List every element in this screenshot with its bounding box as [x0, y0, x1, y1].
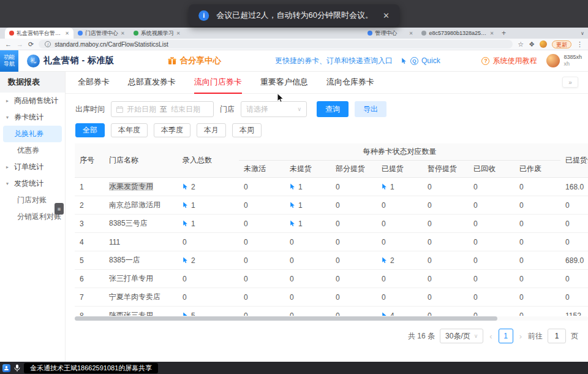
- cell-value: 0: [560, 215, 588, 233]
- tab-close-icon[interactable]: ✕: [65, 31, 69, 36]
- panel-collapse-button[interactable]: »: [562, 77, 578, 88]
- meeting-app-icon[interactable]: [2, 364, 10, 372]
- tab-2[interactable]: 流向门店券卡: [194, 72, 242, 94]
- count-link[interactable]: 5: [183, 311, 234, 316]
- tab-close-icon[interactable]: ✕: [409, 31, 413, 36]
- cell-number: 0: [428, 256, 432, 265]
- microphone-icon[interactable]: [14, 364, 20, 372]
- date-range-input[interactable]: 开始日期 至 结束日期: [111, 101, 214, 117]
- tab-1[interactable]: 总部直发券卡: [128, 72, 176, 94]
- cell-store: 宁夏羊肉专卖店: [104, 288, 178, 307]
- sidebar-item-2[interactable]: ▸订单统计: [0, 159, 65, 175]
- cell-number: 0: [336, 238, 340, 246]
- count-link[interactable]: 1: [382, 183, 418, 191]
- sidebar-subitem-3-0[interactable]: 门店对账: [3, 192, 62, 208]
- tab-close-icon[interactable]: ✕: [121, 31, 125, 36]
- cell-number: 1: [191, 201, 195, 210]
- count-link[interactable]: 2: [183, 256, 234, 265]
- cell-number: 0: [336, 293, 340, 302]
- browser-tab-1[interactable]: 门店管理中心✕: [74, 28, 129, 39]
- count-link[interactable]: 1: [183, 201, 234, 210]
- sidebar-subitem-1-1[interactable]: 优惠券: [3, 142, 62, 159]
- site-info-icon[interactable]: i: [45, 41, 51, 47]
- quick-filter-4[interactable]: 本周: [232, 123, 262, 137]
- cell-number: 0: [473, 201, 478, 210]
- tab-4[interactable]: 流向仓库券卡: [326, 72, 374, 94]
- cell-value: 0: [514, 288, 560, 307]
- horizontal-scrollbar[interactable]: [75, 316, 588, 321]
- cell-value: 0: [331, 307, 377, 316]
- tutorial-link[interactable]: ? 系统使用教程: [481, 56, 537, 66]
- share-center-link[interactable]: 合分享中心: [168, 55, 221, 66]
- address-bar[interactable]: i standard.maboy.cn/CardFlowStatisticsLi…: [39, 40, 513, 48]
- col-header-amount: 已提货金额: [560, 143, 588, 178]
- new-tab-button[interactable]: +: [498, 28, 509, 39]
- cell-value: 0: [423, 233, 469, 251]
- quick-filter-0[interactable]: 全部: [75, 123, 105, 137]
- browser-tab-0[interactable]: 礼盒营销平台管理中心✕: [5, 28, 74, 39]
- cell-value: 0: [423, 270, 469, 288]
- close-icon[interactable]: ✕: [383, 11, 390, 20]
- browser-profile-avatar[interactable]: [540, 40, 547, 48]
- count-value: 0: [519, 238, 556, 246]
- quick-filter-1[interactable]: 本年度: [111, 123, 148, 137]
- quick-filter-2[interactable]: 本季度: [154, 123, 190, 137]
- count-link[interactable]: 2: [183, 183, 234, 191]
- count-link[interactable]: 1: [183, 219, 234, 228]
- browser-tab-2[interactable]: 系统视频学习✕: [129, 28, 185, 39]
- cell-value: 0: [469, 288, 514, 307]
- extensions-icon[interactable]: ❖: [529, 41, 535, 48]
- tab-0[interactable]: 全部券卡: [78, 72, 110, 94]
- cell-number: 0: [382, 201, 386, 210]
- tab-search-icon[interactable]: ∨: [577, 28, 588, 39]
- count-link[interactable]: 1: [290, 201, 326, 210]
- page-number-button[interactable]: 1: [499, 329, 513, 343]
- screen-share-bar: 金禾通技术王斌18662591081的屏幕共享: [0, 362, 588, 374]
- count-link[interactable]: 4: [382, 311, 418, 316]
- browser-tab-r0[interactable]: 管理中心✕: [363, 28, 417, 39]
- reload-icon[interactable]: ⟳: [28, 41, 34, 48]
- cell-number: 0: [565, 219, 570, 228]
- count-value: 0: [565, 275, 588, 283]
- bookmark-star-icon[interactable]: ☆: [518, 41, 524, 48]
- sidebar-item-0[interactable]: ▸商品销售统计: [0, 93, 65, 109]
- function-nav-toggle[interactable]: 功能 导航: [0, 50, 18, 72]
- browser-tab-r1[interactable]: e8c573980b1328a258fd2e6l✕: [417, 28, 498, 39]
- tab-close-icon[interactable]: ✕: [490, 31, 494, 36]
- sidebar-subitem-3-1[interactable]: 分销返利对账: [3, 208, 62, 225]
- tab-3[interactable]: 重要客户信息: [260, 72, 308, 94]
- browser-menu-icon[interactable]: ⋮: [576, 41, 583, 48]
- quick-search[interactable]: Q Quick: [401, 56, 440, 65]
- back-icon[interactable]: ←: [5, 41, 12, 48]
- browser-update-button[interactable]: 更新: [552, 40, 571, 48]
- cell-number: 0: [382, 219, 386, 228]
- forward-icon[interactable]: →: [17, 41, 23, 48]
- count-link[interactable]: 1: [290, 219, 326, 228]
- store-select[interactable]: 请选择 ∨: [241, 101, 307, 117]
- scrollbar-thumb[interactable]: [75, 316, 497, 321]
- export-button[interactable]: 导出: [355, 101, 386, 117]
- prev-page-icon[interactable]: ‹: [488, 332, 493, 341]
- sidebar-item-3[interactable]: ▾发货统计: [0, 175, 65, 192]
- cell-number: 1: [298, 183, 303, 191]
- sidebar-collapse-handle[interactable]: ≡: [55, 203, 64, 215]
- cell-value: 0: [560, 288, 588, 307]
- cell-index: 2: [75, 196, 104, 215]
- store-select-placeholder: 请选择: [246, 104, 268, 115]
- page-size-select[interactable]: 30条/页 ∨: [440, 329, 483, 343]
- quick-filter-3[interactable]: 本月: [197, 123, 226, 137]
- cell-store: 水果发货专用: [104, 178, 178, 196]
- chevron-down-icon: ▾: [6, 181, 12, 186]
- meeting-toast: i 会议已超过2人，自动转为60分钟限时会议。 ✕: [189, 4, 399, 26]
- search-button[interactable]: 查询: [317, 101, 349, 117]
- sidebar-item-1[interactable]: ▾券卡统计: [0, 109, 65, 126]
- user-box[interactable]: 8385xh xh: [546, 54, 582, 67]
- cell-value: 0: [331, 215, 377, 233]
- tab-close-icon[interactable]: ✕: [176, 31, 181, 36]
- count-link[interactable]: 1: [290, 183, 326, 191]
- next-page-icon[interactable]: ›: [518, 332, 523, 341]
- goto-page-input[interactable]: 1: [548, 329, 566, 343]
- count-value: 0: [473, 256, 510, 265]
- sidebar-subitem-1-0[interactable]: 兑换礼券: [3, 126, 62, 142]
- count-link[interactable]: 2: [382, 256, 418, 265]
